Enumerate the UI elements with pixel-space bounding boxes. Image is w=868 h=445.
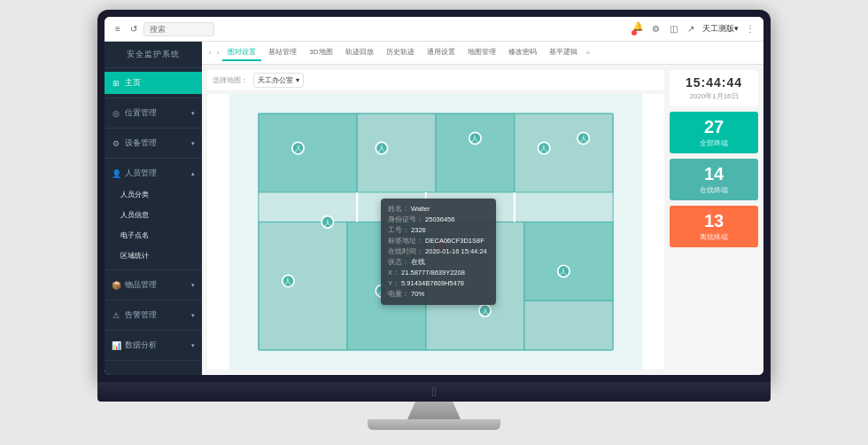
device-icon: ⚙ — [112, 139, 120, 148]
tab-base-logic[interactable]: 基平逻辑 — [544, 44, 583, 61]
refresh-icon[interactable]: ↺ — [128, 23, 140, 35]
sidebar-section-alert: ⚠ 告警管理 ▾ — [105, 301, 202, 331]
floor-select[interactable]: 天工办公室 ▾ — [253, 73, 304, 88]
apple-logo:  — [426, 384, 442, 400]
stat-offline: 13 离线终端 — [670, 206, 758, 247]
date-text: 2020年1月16日 — [675, 91, 753, 101]
stat-total: 27 全部终端 — [670, 112, 758, 153]
svg-text:人: 人 — [482, 308, 489, 316]
sidebar-label-classify: 人员分类 — [120, 190, 149, 199]
app-container: ≡ ↺ 🔔 ⚙ ◫ ↗ 天工测版▾ — [105, 17, 763, 375]
tab-history-track[interactable]: 历史轨迹 — [381, 44, 420, 61]
location-arrow: ▾ — [191, 110, 195, 117]
stat-total-number: 27 — [675, 117, 753, 137]
sidebar-item-location[interactable]: ◎ 位置管理 ▾ — [105, 102, 202, 124]
sidebar-section-items: 📦 物品管理 ▾ — [105, 270, 202, 301]
tooltip-power-value: 70% — [411, 289, 424, 300]
svg-rect-10 — [524, 222, 613, 301]
top-bar-left: ≡ ↺ — [112, 22, 626, 36]
svg-text:人: 人 — [295, 144, 302, 152]
svg-rect-11 — [524, 301, 613, 350]
main-content: 安全监护系统 ⊞ 主页 ◎ 位置管理 ▾ — [105, 42, 763, 375]
fullscreen-icon[interactable]: ◫ — [667, 23, 679, 35]
sidebar-item-data[interactable]: 📊 数据分析 ▾ — [105, 334, 202, 356]
tooltip-status-value: 在线 — [411, 257, 425, 268]
tooltip-x-label: X： — [388, 268, 399, 278]
sidebar-item-personnel[interactable]: 👤 人员管理 ▴ — [105, 162, 202, 184]
sidebar-label-personnel: 人员管理 — [125, 168, 157, 179]
alert-icon: ⚠ — [112, 311, 120, 320]
tab-right-arrow[interactable]: › — [215, 49, 221, 57]
tab-map-settings[interactable]: 图对设置 — [222, 44, 261, 61]
settings-icon[interactable]: ⚙ — [649, 23, 662, 35]
svg-text:人: 人 — [471, 135, 478, 143]
location-icon: ◎ — [112, 109, 120, 118]
personnel-icon: 👤 — [112, 169, 120, 178]
tooltip-power-label: 电量： — [388, 289, 409, 300]
time-display: 15:44:44 2020年1月16日 — [670, 70, 758, 106]
sidebar-label-zone-stats: 区域统计 — [120, 251, 149, 261]
sidebar-item-device[interactable]: ⚙ 设备管理 ▾ — [105, 132, 202, 154]
floor-plan: 人 人 人 人 人 — [207, 94, 664, 370]
expand-icon[interactable]: ↗ — [685, 23, 697, 35]
sidebar-item-person-info[interactable]: 人员信息 — [105, 205, 202, 225]
sidebar-section-personnel: 👤 人员管理 ▴ 人员分类 人员信息 电子点名 — [105, 159, 202, 270]
monitor-base — [368, 419, 500, 430]
tab-more-arrow[interactable]: » — [585, 49, 592, 57]
stat-online-number: 14 — [675, 164, 753, 183]
tab-track-playback[interactable]: 轨迹回放 — [340, 44, 379, 61]
sidebar-item-classify[interactable]: 人员分类 — [105, 184, 202, 205]
sidebar-label-alert: 告警管理 — [125, 309, 157, 321]
svg-rect-2 — [259, 113, 357, 192]
tooltip-name-value: Walter — [411, 204, 430, 215]
svg-text:人: 人 — [284, 277, 291, 285]
sidebar-label-home: 主页 — [125, 77, 141, 89]
map-toolbar: 选择地图： 天工办公室 ▾ — [207, 70, 664, 90]
right-content: ‹ › 图对设置 基站管理 3D地图 轨迹回放 历史轨迹 通用设置 地图管理 修… — [202, 42, 763, 375]
nav-tabs: ‹ › 图对设置 基站管理 3D地图 轨迹回放 历史轨迹 通用设置 地图管理 修… — [202, 42, 763, 65]
sidebar-label-person-info: 人员信息 — [120, 210, 149, 220]
sidebar-label-data: 数据分析 — [125, 340, 157, 351]
tooltip-tag-label: 标签地址： — [388, 236, 423, 246]
tab-general-settings[interactable]: 通用设置 — [422, 44, 461, 61]
search-input[interactable] — [143, 22, 214, 36]
user-menu[interactable]: 天工测版▾ — [702, 23, 739, 35]
sidebar-item-home[interactable]: ⊞ 主页 — [105, 72, 202, 94]
svg-rect-3 — [357, 113, 436, 192]
tooltip-id-value: 25036456 — [425, 215, 454, 225]
sidebar-item-items[interactable]: 📦 物品管理 ▾ — [105, 274, 202, 296]
tooltip-work-label: 工号： — [388, 225, 409, 236]
more-icon[interactable]: ⋮ — [744, 23, 756, 35]
tab-base-management[interactable]: 基站管理 — [263, 44, 302, 61]
tab-change-password[interactable]: 修改密码 — [503, 44, 542, 61]
notification-badge — [632, 30, 637, 35]
floor-select-value: 天工办公室 — [258, 75, 293, 85]
tab-3dmap[interactable]: 3D地图 — [304, 44, 337, 61]
monitor-chin:  — [97, 382, 771, 402]
top-bar: ≡ ↺ 🔔 ⚙ ◫ ↗ 天工测版▾ — [105, 17, 763, 42]
stat-online: 14 在线终端 — [670, 159, 758, 200]
person-tooltip: 姓名： Walter 身份证号： 25036456 — [381, 199, 496, 305]
personnel-arrow: ▴ — [191, 170, 195, 177]
sidebar-item-roll-call[interactable]: 电子点名 — [105, 225, 202, 246]
time-text: 15:44:44 — [675, 75, 753, 90]
stat-online-label: 在线终端 — [675, 185, 753, 195]
svg-rect-7 — [259, 222, 347, 349]
stats-panel: 15:44:44 2020年1月16日 27 全部终端 — [670, 70, 758, 370]
svg-text:人: 人 — [324, 219, 331, 227]
monitor-stand-neck — [407, 402, 461, 419]
tooltip-time-label: 在线时间： — [388, 246, 423, 257]
tooltip-y-value: 5.91434B7609H5478 — [401, 278, 464, 289]
tooltip-tag-value: DECA06CF3D1S8F — [425, 236, 484, 246]
sidebar-item-alert[interactable]: ⚠ 告警管理 ▾ — [105, 304, 202, 326]
home-icon: ⊞ — [112, 79, 120, 88]
user-name: 天工测版▾ — [702, 23, 739, 35]
monitor-screen: ≡ ↺ 🔔 ⚙ ◫ ↗ 天工测版▾ — [105, 17, 763, 375]
tab-left-arrow[interactable]: ‹ — [207, 49, 213, 57]
sidebar-label-location: 位置管理 — [125, 107, 157, 119]
menu-icon[interactable]: ≡ — [112, 23, 124, 35]
tab-map-management[interactable]: 地图管理 — [462, 44, 501, 61]
stat-offline-number: 13 — [675, 211, 753, 230]
stat-offline-label: 离线终端 — [675, 232, 753, 242]
sidebar-item-zone-stats[interactable]: 区域统计 — [105, 246, 202, 266]
